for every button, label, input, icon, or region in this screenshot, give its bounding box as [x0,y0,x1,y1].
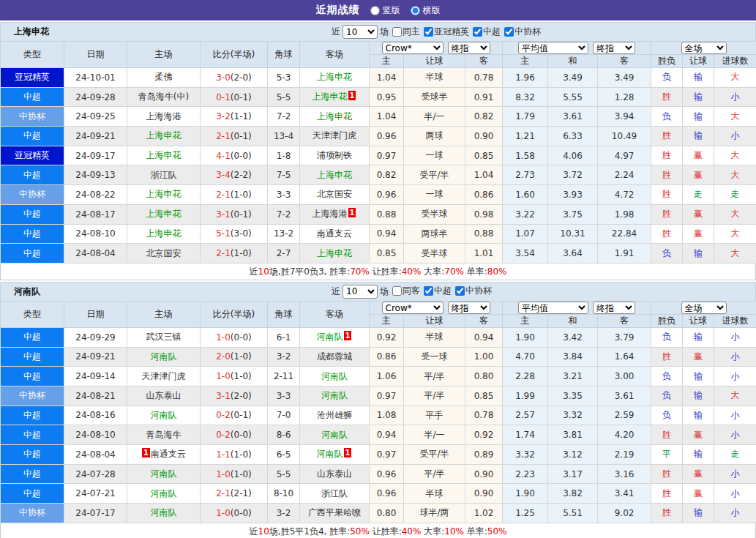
away-team-name: 天津津门虎 [312,130,356,141]
avg-home-odds-cell: 1.79 [503,107,548,127]
filter-中协杯[interactable]: 中协杯 [504,26,541,38]
recent-count-select[interactable]: 10 [343,25,378,39]
result-cell: 胜 [651,87,683,107]
bookmaker-select[interactable]: Crow* [382,302,444,314]
corner-cell: 3-2 [268,504,300,523]
home-team-cell: 青岛海牛(中) [127,87,201,107]
avg-home-odds-cell: 3.54 [503,244,548,264]
match-row: 亚冠精英24-10-01柔佛3-0(2-0)5-3上海申花1.04半球0.781… [1,68,756,88]
match-date-cell: 24-09-17 [64,146,127,165]
vertical-layout-radio[interactable] [370,6,380,15]
home-team-name-wrap: 浙江队 [151,170,177,180]
filter-label: 中协杯 [465,285,492,297]
away-team-name-wrap: 上海申花 [317,170,352,180]
horizontal-layout-radio[interactable] [411,6,420,15]
handicap-result-cell: 输 [683,68,714,88]
avg-home-odds-cell: 1.96 [503,68,548,88]
filter-checkbox[interactable] [504,27,514,37]
average-select[interactable]: 平均值 [518,42,588,54]
score-cell: 3-1(2-0) [201,386,268,406]
avg-draw-odds-cell: 3.32 [548,406,598,425]
filter-同客[interactable]: 同客 [392,285,420,297]
filter-中协杯[interactable]: 中协杯 [455,285,492,297]
avg-away-odds-cell: 4.20 [598,425,651,445]
handicap-result-cell: 输 [683,107,714,127]
avg-draw-odds-cell: 10.31 [548,224,598,244]
crow-away-odds-cell: 1.01 [465,244,503,264]
avg-draw-odds-cell: 5.51 [548,504,598,523]
away-team-cell: 山东泰山 [300,464,370,484]
recent-count-select[interactable]: 10 [343,285,378,299]
summary-text: 场,胜5平1负4, 胜率: [269,526,350,537]
filter-checkbox[interactable] [424,286,433,296]
match-row: 中超24-08-10上海申花5-1(3-0)13-2南通支云0.94两球半0.8… [1,224,756,244]
away-team-name-wrap: 河南队1 [317,332,353,342]
full-match-select[interactable]: 全场 [681,302,727,314]
crow-handicap-cell: 半球 [404,484,465,504]
full-match-select[interactable]: 全场 [681,42,727,54]
full-score: 1-1 [216,449,231,460]
league-type-cell: 中超 [1,484,64,504]
full-score: 1-0 [216,469,231,479]
summary-text: 大率: [421,526,444,537]
home-team-cell: 上海申花 [127,185,201,205]
result-cell: 胜 [651,484,683,504]
sub-header-goals: 进球数 [714,55,756,68]
match-date-cell: 24-07-21 [64,484,127,504]
avg-away-odds-cell: 3.61 [598,386,651,406]
filter-checkbox[interactable] [424,27,433,37]
goals-result-cell: 大 [714,224,756,244]
match-date-cell: 24-08-21 [64,386,127,406]
corner-cell: 2-11 [268,367,300,386]
handicap-result-cell: 走 [683,185,714,205]
red-card-badge: 1 [344,448,352,457]
away-team-name-wrap: 北京国安 [317,189,352,199]
league-type-cell: 中协杯 [1,504,64,523]
avg-home-odds-cell: 4.70 [503,347,548,367]
full-score: 3-0 [216,72,231,83]
filter-亚冠精英[interactable]: 亚冠精英 [424,26,469,38]
home-team-cell: 河南队 [127,504,201,523]
home-team-name-wrap: 山东泰山 [146,390,181,400]
section-henan-team: 河南队 近 10 场 同客中超中协杯 类型 日期 主场 比分(半场) 角球 客场… [0,282,756,538]
final-odds-select[interactable]: 终指 [448,302,490,314]
match-date-cell: 24-09-14 [64,367,127,386]
result-cell: 胜 [651,127,683,146]
league-type-cell: 中协杯 [1,185,64,205]
corner-cell: 1-8 [268,146,300,165]
filter-label: 中协杯 [514,26,541,38]
away-team-cell: 北京国安 [300,185,370,205]
crow-home-odds-cell: 0.94 [370,425,404,445]
filter-checkbox[interactable] [473,27,482,37]
full-score: 0-1 [216,92,231,102]
goals-result-cell: 小 [714,484,756,504]
goals-result-cell: 小 [714,87,756,107]
layout-vertical-option[interactable]: 竖版 [370,4,400,17]
score-cell: 1-0(0-0) [201,327,268,347]
bookmaker-select[interactable]: Crow* [382,42,444,54]
filter-checkbox[interactable] [392,27,402,37]
full-score: 2-1 [216,190,231,200]
filter-中超[interactable]: 中超 [424,285,452,297]
filter-中超[interactable]: 中超 [473,26,501,38]
league-filter-checkboxes: 同客中超中协杯 [389,285,492,298]
filter-同主[interactable]: 同主 [392,26,420,38]
avg-away-odds-cell: 22.84 [598,224,651,244]
avg-home-odds-cell: 1.60 [503,185,548,205]
avg-home-odds-cell: 1.25 [503,504,548,523]
final-odds-select-2[interactable]: 终指 [593,302,635,314]
home-team-cell: 上海申花 [127,224,201,244]
final-odds-select-2[interactable]: 终指 [593,42,635,54]
layout-horizontal-option[interactable]: 横版 [411,4,441,17]
filter-checkbox[interactable] [455,286,465,296]
corner-cell: 5-5 [268,464,300,484]
sub-header-crow-home: 主 [370,314,404,327]
avg-draw-odds-cell: 3.49 [548,68,598,88]
final-odds-select[interactable]: 终指 [448,42,490,54]
average-select[interactable]: 平均值 [518,302,588,314]
corner-cell: 8-10 [268,484,300,504]
filter-checkbox[interactable] [392,286,402,296]
away-team-name-wrap: 上海海港1 [312,209,357,219]
crow-handicap-cell: 受平/半 [404,445,465,465]
score-cell: 0-2(0-0) [201,425,268,445]
